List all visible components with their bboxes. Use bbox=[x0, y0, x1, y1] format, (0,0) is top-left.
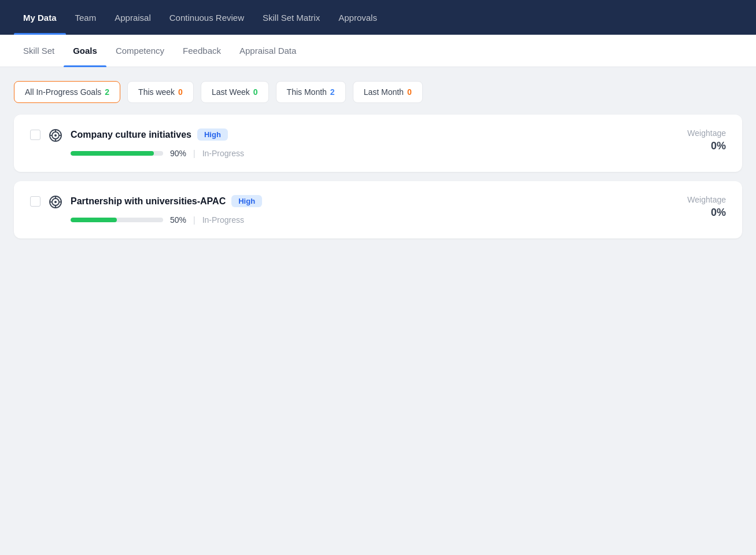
goal-left-2: Partnership with universities-APAC High … bbox=[30, 195, 673, 225]
goal-left-1: Company culture initiatives High 90% | I… bbox=[30, 128, 673, 158]
top-nav-item-appraisal[interactable]: Appraisal bbox=[105, 0, 160, 35]
filter-all-in-progress[interactable]: All In-Progress Goals 2 bbox=[14, 81, 120, 103]
target-icon-1 bbox=[49, 128, 62, 142]
sub-nav-item-feedback[interactable]: Feedback bbox=[174, 35, 230, 67]
filter-last-month[interactable]: Last Month 0 bbox=[353, 81, 423, 103]
weightage-value-2: 0% bbox=[687, 207, 726, 219]
svg-point-9 bbox=[54, 201, 57, 203]
svg-point-2 bbox=[54, 134, 57, 137]
sub-nav-item-competency[interactable]: Competency bbox=[106, 35, 174, 67]
goal-body-1: Company culture initiatives High 90% | I… bbox=[71, 128, 673, 158]
sub-nav-item-goals[interactable]: Goals bbox=[64, 35, 106, 67]
weightage-label-2: Weightage bbox=[687, 195, 726, 204]
progress-pct-2: 50% bbox=[170, 215, 186, 225]
sub-nav: Skill Set Goals Competency Feedback Appr… bbox=[0, 35, 756, 67]
progress-row-2: 50% | In-Progress bbox=[71, 215, 673, 225]
progress-pct-1: 90% bbox=[170, 149, 186, 158]
filter-this-month[interactable]: This Month 2 bbox=[276, 81, 346, 103]
goal-right-1: Weightage 0% bbox=[687, 128, 726, 152]
progress-status-2: In-Progress bbox=[202, 215, 244, 225]
filter-bar: All In-Progress Goals 2 This week 0 Last… bbox=[14, 81, 742, 103]
goal-right-2: Weightage 0% bbox=[687, 195, 726, 219]
filter-last-week[interactable]: Last Week 0 bbox=[201, 81, 269, 103]
top-nav-item-my-data[interactable]: My Data bbox=[14, 0, 66, 35]
goal-title-2: Partnership with universities-APAC bbox=[71, 196, 226, 207]
goal-card-1: Company culture initiatives High 90% | I… bbox=[14, 115, 742, 172]
top-nav-item-team[interactable]: Team bbox=[66, 0, 106, 35]
goal-card-2: Partnership with universities-APAC High … bbox=[14, 181, 742, 238]
sub-nav-item-skill-set[interactable]: Skill Set bbox=[14, 35, 64, 67]
progress-bar-1 bbox=[71, 151, 163, 156]
priority-badge-1: High bbox=[197, 128, 228, 141]
goal-title-1: Company culture initiatives bbox=[71, 130, 191, 140]
goal-body-2: Partnership with universities-APAC High … bbox=[71, 195, 673, 225]
top-nav-item-skill-set-matrix[interactable]: Skill Set Matrix bbox=[253, 0, 329, 35]
target-icon-2 bbox=[49, 195, 62, 209]
progress-bar-2 bbox=[71, 218, 163, 222]
weightage-value-1: 0% bbox=[687, 140, 726, 152]
progress-fill-2 bbox=[71, 218, 117, 222]
progress-row-1: 90% | In-Progress bbox=[71, 149, 673, 158]
top-nav: My Data Team Appraisal Continuous Review… bbox=[0, 0, 756, 35]
top-nav-item-approvals[interactable]: Approvals bbox=[329, 0, 386, 35]
goal-title-row-2: Partnership with universities-APAC High bbox=[71, 195, 673, 207]
progress-fill-1 bbox=[71, 151, 154, 156]
filter-this-week[interactable]: This week 0 bbox=[127, 81, 194, 103]
priority-badge-2: High bbox=[231, 195, 262, 207]
main-content: All In-Progress Goals 2 This week 0 Last… bbox=[0, 67, 756, 555]
weightage-label-1: Weightage bbox=[687, 128, 726, 138]
goal-checkbox-1[interactable] bbox=[30, 130, 40, 140]
goal-title-row-1: Company culture initiatives High bbox=[71, 128, 673, 141]
top-nav-item-continuous-review[interactable]: Continuous Review bbox=[160, 0, 253, 35]
goal-checkbox-2[interactable] bbox=[30, 196, 40, 207]
sub-nav-item-appraisal-data[interactable]: Appraisal Data bbox=[230, 35, 305, 67]
progress-status-1: In-Progress bbox=[202, 149, 244, 158]
